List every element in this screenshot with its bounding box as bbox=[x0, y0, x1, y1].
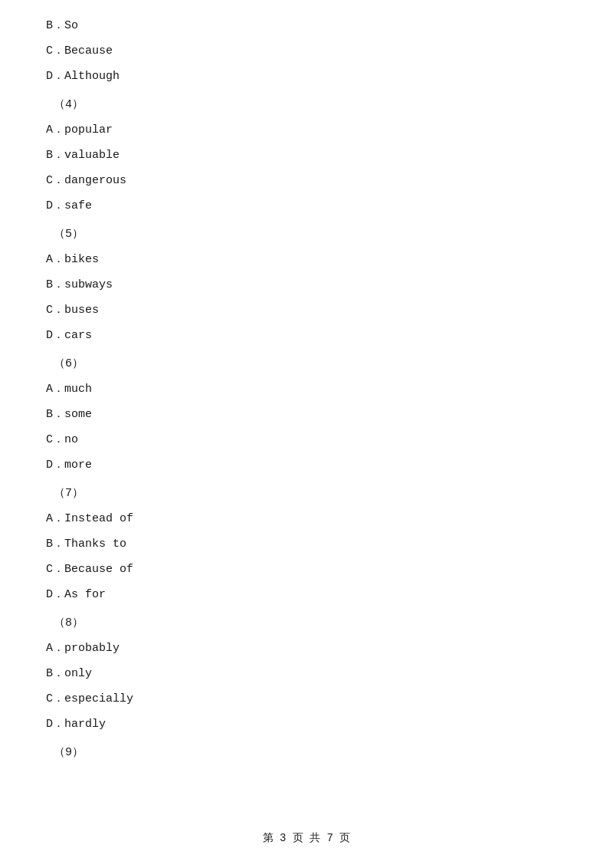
option-c-because: C．Because bbox=[46, 41, 567, 61]
option-d-hardly: D．hardly bbox=[46, 714, 567, 735]
option-d-safe: D．safe bbox=[46, 196, 567, 216]
option-c-dangerous: C．dangerous bbox=[46, 170, 567, 191]
option-a-popular: A．popular bbox=[46, 120, 567, 140]
section-9-label: （9） bbox=[46, 742, 567, 763]
option-b-subways: B．subways bbox=[46, 275, 567, 295]
option-b-so: B．So bbox=[46, 15, 567, 36]
option-c-because-of: C．Because of bbox=[46, 559, 567, 580]
section-5-label: （5） bbox=[46, 224, 567, 245]
section-4-label: （4） bbox=[46, 94, 567, 115]
option-b-valuable: B．valuable bbox=[46, 145, 567, 166]
page-footer: 第 3 页 共 7 页 bbox=[0, 831, 613, 845]
option-a-bikes: A．bikes bbox=[46, 249, 567, 270]
page-content: B．So C．Because D．Although （4） A．popular … bbox=[0, 0, 613, 814]
section-8-label: （8） bbox=[46, 613, 567, 633]
option-b-some: B．some bbox=[46, 404, 567, 425]
option-a-instead-of: A．Instead of bbox=[46, 508, 567, 529]
section-7-label: （7） bbox=[46, 483, 567, 504]
option-c-no: C．no bbox=[46, 429, 567, 450]
option-d-as-for: D．As for bbox=[46, 584, 567, 605]
option-d-cars: D．cars bbox=[46, 325, 567, 346]
option-c-especially: C．especially bbox=[46, 689, 567, 709]
option-d-although: D．Although bbox=[46, 66, 567, 87]
option-d-more: D．more bbox=[46, 455, 567, 475]
section-6-label: （6） bbox=[46, 353, 567, 374]
option-c-buses: C．buses bbox=[46, 300, 567, 321]
option-a-probably: A．probably bbox=[46, 638, 567, 659]
option-b-thanks-to: B．Thanks to bbox=[46, 534, 567, 554]
option-a-much: A．much bbox=[46, 379, 567, 399]
option-b-only: B．only bbox=[46, 663, 567, 684]
